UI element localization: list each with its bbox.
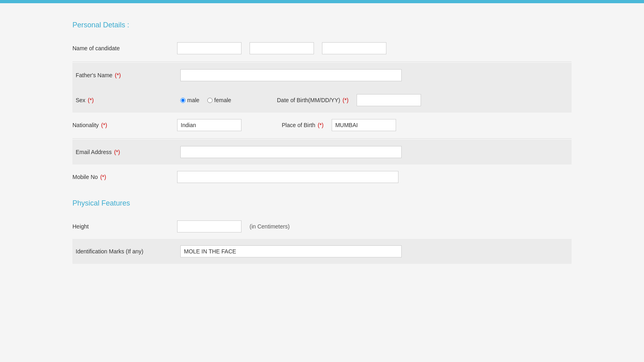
id-marks-input-wrapper xyxy=(180,245,402,257)
dob-section: Date of Birth(MM/DD/YY) (*) xyxy=(277,94,421,106)
name-field-3[interactable] xyxy=(322,42,386,54)
email-input-wrapper xyxy=(180,146,402,158)
divider-2 xyxy=(72,138,572,139)
height-row: Height (in Centimeters) xyxy=(72,214,572,239)
id-marks-input[interactable] xyxy=(180,245,402,257)
place-of-birth-section: Place of Birth (*) xyxy=(282,119,396,131)
name-of-candidate-label: Name of candidate xyxy=(72,45,177,51)
personal-details-title: Personal Details : xyxy=(72,21,572,29)
main-container: Personal Details : Name of candidate Fat… xyxy=(60,3,584,272)
height-unit-label: (in Centimeters) xyxy=(250,223,290,230)
name-of-candidate-row: Name of candidate xyxy=(72,36,572,61)
physical-features-section: Physical Features Height (in Centimeters… xyxy=(72,199,572,264)
sex-female-option[interactable]: female xyxy=(207,97,231,103)
place-of-birth-input-wrapper xyxy=(332,119,396,131)
id-marks-label: Identification Marks (If any) xyxy=(76,248,180,255)
name-field-1[interactable] xyxy=(177,42,242,54)
top-bar xyxy=(0,0,644,3)
nationality-input[interactable] xyxy=(177,119,242,131)
sex-male-option[interactable]: male xyxy=(180,97,199,103)
dob-label: Date of Birth(MM/DD/YY) (*) xyxy=(277,97,349,103)
id-marks-row: Identification Marks (If any) xyxy=(72,239,572,264)
name-inputs-group xyxy=(177,42,572,54)
nationality-row: Nationality (*) Place of Birth (*) xyxy=(72,113,572,138)
sex-radio-group: male female xyxy=(180,97,269,103)
mobile-input[interactable] xyxy=(177,171,398,183)
fathers-name-row: Father's Name (*) xyxy=(72,63,572,88)
email-input[interactable] xyxy=(180,146,402,158)
sex-male-radio[interactable] xyxy=(180,98,186,103)
personal-details-section: Personal Details : Name of candidate Fat… xyxy=(72,21,572,189)
nationality-label: Nationality (*) xyxy=(72,122,177,128)
place-of-birth-label: Place of Birth (*) xyxy=(282,122,324,128)
height-label: Height xyxy=(72,223,177,230)
nationality-input-wrapper xyxy=(177,119,242,131)
mobile-row: Mobile No (*) xyxy=(72,165,572,189)
dob-input[interactable] xyxy=(357,94,421,106)
fathers-name-input[interactable] xyxy=(180,69,402,81)
name-field-2[interactable] xyxy=(250,42,314,54)
email-row: Email Address (*) xyxy=(72,140,572,165)
height-input[interactable] xyxy=(177,220,242,232)
sex-label: Sex (*) xyxy=(76,97,180,103)
fathers-name-input-wrapper xyxy=(180,69,402,81)
physical-features-title: Physical Features xyxy=(72,199,572,208)
mobile-input-wrapper xyxy=(177,171,398,183)
sex-dob-row: Sex (*) male female Date of Birth(MM/DD/… xyxy=(72,88,572,113)
place-of-birth-input[interactable] xyxy=(332,119,396,131)
mobile-label: Mobile No (*) xyxy=(72,174,177,180)
sex-female-radio[interactable] xyxy=(207,98,213,103)
email-label: Email Address (*) xyxy=(76,149,180,155)
divider-1 xyxy=(72,62,572,62)
height-input-wrapper xyxy=(177,220,242,232)
dob-input-wrapper xyxy=(357,94,421,106)
fathers-name-label: Father's Name (*) xyxy=(76,72,180,78)
